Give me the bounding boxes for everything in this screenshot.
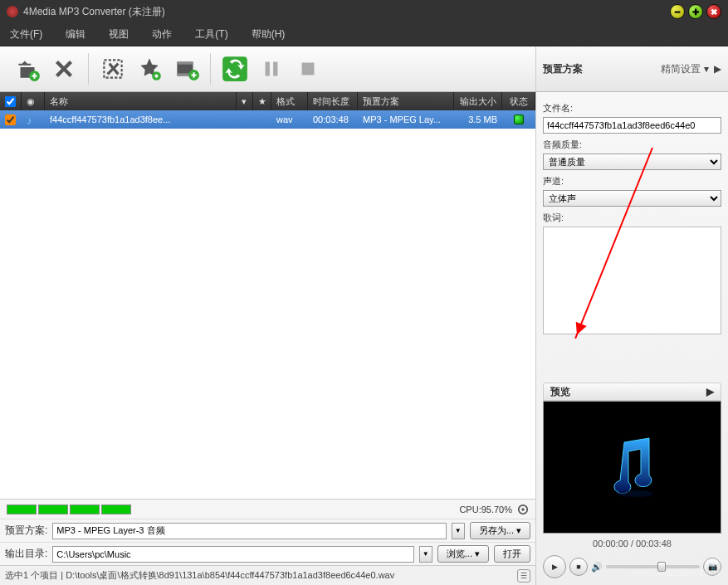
music-icon [27,115,37,124]
channel-label: 声道: [543,175,721,188]
preview-label: 预览 [550,385,570,399]
preview-header: 预览 ▶ [543,383,721,401]
toolbar [0,46,535,91]
list-header: ◉ 名称 ▾ ★ 格式 时间长度 预置方案 输出大小 状态 [0,92,535,110]
window-title: 4Media MP3 Converter (未注册) [23,5,670,19]
row-filename: f44ccff447573fb1a1ad3f8ee... [45,110,237,129]
add-file-button[interactable] [10,51,45,86]
row-duration: 00:03:48 [308,110,358,129]
music-note-icon [603,434,662,500]
volume-slider[interactable] [606,565,700,568]
outdir-row: 输出目录: C:\Users\pc\Music ▼ 浏览... ▾ 打开 [0,542,535,565]
lyrics-field[interactable] [543,227,721,334]
svg-rect-10 [302,63,315,76]
menu-file[interactable]: 文件(F) [10,27,42,41]
preset-label: 预置方案: [5,524,47,538]
gear-icon[interactable] [517,504,529,515]
column-status[interactable]: 状态 [502,92,535,110]
cpu-block [38,505,68,514]
expand-panel-icon[interactable]: ▶ [714,63,721,75]
preview-expand-icon[interactable]: ▶ [706,386,714,397]
compact-settings-label[interactable]: 精简设置 [661,62,701,76]
cpu-block [101,505,131,514]
add-clip-button[interactable] [169,51,203,86]
effects-button[interactable] [132,51,167,86]
lyrics-label: 歌词: [543,212,721,224]
preset-row: 预置方案: MP3 - MPEG Layer-3 音频 ▼ 另存为... ▾ [0,519,535,542]
list-mode-icon[interactable]: ☰ [517,569,530,583]
table-row[interactable]: f44ccff447573fb1a1ad3f8ee... wav 00:03:4… [0,110,535,129]
file-list: f44ccff447573fb1a1ad3f8ee... wav 00:03:4… [0,110,535,499]
menu-help[interactable]: 帮助(H) [252,27,286,41]
row-preset: MP3 - MPEG Lay... [358,110,454,129]
column-name[interactable]: 名称 [45,92,237,110]
status-bar: 选中1 个项目 | D:\tools\桌面\格式转换\8d91\131a\b85… [0,565,535,585]
maximize-button[interactable]: ✚ [688,4,703,19]
cpu-block [70,505,100,514]
volume-icon[interactable]: 🔊 [591,562,603,573]
outdir-combo[interactable]: C:\Users\pc\Music [52,546,413,563]
quality-label: 音频质量: [543,139,721,151]
menubar: 文件(F) 编辑 视图 动作 工具(T) 帮助(H) [0,23,728,46]
preset-header-label: 预置方案 [543,62,661,76]
svg-point-12 [521,508,525,511]
svg-rect-8 [266,62,270,76]
column-preset[interactable]: 预置方案 [358,92,454,110]
stop-button[interactable] [291,51,325,86]
outdir-dropdown-icon[interactable]: ▼ [419,546,432,563]
column-duration[interactable]: 时间长度 [308,92,358,110]
preview-controls: ▶ ■ 🔊 📷 [543,553,721,580]
preset-combo[interactable]: MP3 - MPEG Layer-3 音频 [52,523,446,539]
row-format: wav [271,110,308,129]
save-as-button[interactable]: 另存为... ▾ [470,522,530,539]
row-size: 3.5 MB [454,110,502,129]
menu-edit[interactable]: 编辑 [66,27,86,41]
cpu-bar: CPU:95.70% [0,499,535,519]
column-star-icon[interactable]: ★ [253,92,271,110]
preview-time: 00:00:00 / 00:03:48 [543,534,721,553]
titlebar: 4Media MP3 Converter (未注册) ━ ✚ ✖ [0,0,728,23]
status-ready-icon [514,115,524,124]
stop-preview-button[interactable]: ■ [569,558,588,576]
quality-select[interactable]: 普通质量 [543,154,721,170]
filename-field[interactable] [543,117,721,134]
svg-point-13 [617,490,653,497]
snapshot-button[interactable]: 📷 [703,558,721,576]
close-button[interactable]: ✖ [706,4,721,19]
app-icon [7,6,18,17]
pause-button[interactable] [254,51,289,86]
cut-button[interactable] [95,51,130,86]
cpu-text: CPU:95.70% [459,505,512,514]
column-type-icon[interactable]: ◉ [22,92,45,110]
column-size[interactable]: 输出大小 [454,92,502,110]
delete-button[interactable] [46,51,81,86]
side-panel: 文件名: 音频质量: 普通质量 声道: 立体声 歌词: 预览 ▶ 00:00:0… [535,92,728,585]
menu-action[interactable]: 动作 [152,27,172,41]
channel-select[interactable]: 立体声 [543,190,721,207]
compact-toggle-icon[interactable]: ▾ [704,63,709,75]
preset-dropdown-icon[interactable]: ▼ [452,523,465,539]
cpu-block [7,505,37,514]
menu-tools[interactable]: 工具(T) [195,27,227,41]
minimize-button[interactable]: ━ [670,4,685,19]
select-all-checkbox[interactable] [5,96,16,107]
play-button[interactable]: ▶ [543,555,566,578]
preset-panel-header: 预置方案 精简设置 ▾ ▶ [535,46,728,91]
row-checkbox[interactable] [5,115,16,125]
open-button[interactable]: 打开 [494,545,530,563]
browse-button[interactable]: 浏览... ▾ [437,545,489,563]
svg-rect-9 [273,62,277,76]
filename-label: 文件名: [543,102,721,115]
column-sort-icon[interactable]: ▾ [237,92,253,110]
svg-rect-4 [177,62,193,65]
menu-view[interactable]: 视图 [109,27,129,41]
status-text: 选中1 个项目 | D:\tools\桌面\格式转换\8d91\131a\b85… [5,569,512,582]
outdir-label: 输出目录: [5,547,47,561]
column-format[interactable]: 格式 [271,92,308,110]
convert-button[interactable] [217,51,252,86]
preview-area [543,401,721,534]
